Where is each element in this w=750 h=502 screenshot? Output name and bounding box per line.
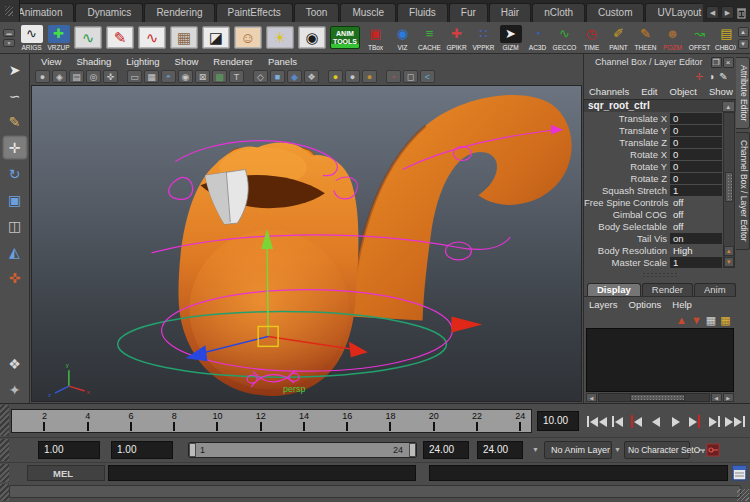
shelf-tab[interactable]: Muscle [340,3,396,22]
shelf-item[interactable]: ↝ OFFST [686,25,713,51]
layer-list[interactable] [586,328,734,392]
auto-keyframe-toggle-icon[interactable] [706,443,720,457]
selected-object-name[interactable]: sqr_root_ctrl [584,100,722,112]
toolbox-tool[interactable]: ✜ [2,265,28,290]
viewport-toolbar-icon[interactable]: ◆ [287,70,302,83]
anim-layer-dropdown[interactable]: No Anim Layer [544,441,612,459]
sidebar-vertical-tab[interactable]: Attribute Editor [736,57,750,129]
channel-attribute-row[interactable]: Master Scale 1 [584,256,722,268]
range-end-handle[interactable] [409,443,416,457]
channel-scrollbar-up-icon[interactable]: ▲ [724,246,734,256]
layer-scroll-right-icon[interactable]: ▶ [723,393,734,402]
shelf-item[interactable]: ∿ GECCO [551,25,578,51]
channel-attribute-row[interactable]: Translate X 0 [584,112,722,124]
viewport-toolbar-icon[interactable] [379,70,384,83]
channel-attribute-row[interactable]: Rotate Z 0 [584,172,722,184]
command-result-field[interactable] [429,465,728,481]
shelf-item[interactable]: ANIM TOOLS [328,26,362,49]
viewport-menu-item[interactable]: View [41,56,61,67]
viewport-toolbar-icon[interactable]: ⊠ [195,70,210,83]
command-line-mode-button[interactable]: MEL [27,465,105,481]
shelf-tab[interactable]: Hair [489,3,531,22]
animation-end-field[interactable]: 24.00 [477,441,523,459]
channel-attribute-row[interactable]: Squash Stretch 1 [584,184,722,196]
shelf-item[interactable]: ➤ GIZM [497,25,524,51]
viewport-toolbar-icon[interactable]: ❖ [304,70,319,83]
viewport-toolbar-icon[interactable] [321,70,326,83]
channel-attribute-row[interactable]: Tail Vis on [584,232,722,244]
viewport-toolbar-icon[interactable]: ◉ [178,70,193,83]
shelf-item[interactable]: ✚ VRZUP [45,25,72,51]
toolbox-tool[interactable]: ∽ [2,83,28,108]
shelf-item[interactable]: ✎ THEEN [632,25,659,51]
layer-editor-menu-item[interactable]: Help [672,299,692,310]
viewport-toolbar-icon[interactable]: ◎ [86,70,101,83]
toolbox-tool[interactable]: ◭ [2,239,28,264]
channel-attribute-value[interactable]: 0 [670,149,722,160]
anim-layer-dropdown-icon[interactable]: ▼ [532,446,539,453]
shelf-tab[interactable]: Toon [294,3,340,22]
shelf-tab[interactable]: Dynamics [75,3,143,22]
channel-attribute-value[interactable]: 0 [670,137,722,148]
viewport-menu-item[interactable]: Show [175,56,199,67]
shelf-item[interactable]: ◉ VIZ [389,25,416,51]
viewport-menu-item[interactable]: Lighting [126,56,159,67]
viewport-toolbar-icon[interactable]: ▫ [386,70,401,83]
viewport-toolbar-icon[interactable]: ▤ [69,70,84,83]
toolbox-tool[interactable]: ➤ [2,57,28,82]
channel-attribute-value[interactable]: off [670,197,722,208]
viewport-toolbar-icon[interactable]: ▭ [127,70,142,83]
channel-attribute-value[interactable]: on [670,233,722,244]
layer-scroll-left-icon[interactable]: ◀ [586,393,597,402]
viewport-toolbar-icon[interactable] [246,70,251,83]
range-start-handle[interactable] [189,443,196,457]
channel-attribute-value[interactable]: 0 [670,161,722,172]
shelf-item[interactable]: ☀ [264,26,296,49]
step-forward-frame-button[interactable] [706,411,723,432]
shelf-tab[interactable]: Rendering [144,3,214,22]
playback-start-field[interactable]: 1.00 [111,441,173,459]
channel-scrollbar[interactable]: ▲ ▼ [723,112,735,268]
shelf-tab[interactable]: PaintEffects [216,3,293,22]
toolbox-tool[interactable]: ✦ [2,377,28,402]
command-input[interactable] [108,465,416,481]
panel-splitter[interactable] [584,268,736,281]
play-forwards-button[interactable] [667,411,684,432]
shelf-item[interactable]: ◔ AC3D [524,25,551,51]
channel-attribute-value[interactable]: off [670,209,722,220]
shelf-tab[interactable]: nCloth [532,3,585,22]
layer-editor-tab[interactable]: Render [642,283,693,296]
set-key-icon[interactable] [693,444,706,457]
shelf-item[interactable]: ▣ TBox [362,25,389,51]
channel-box-menu-item[interactable]: Object [670,86,697,97]
shelf-item[interactable]: ◪ [200,26,232,49]
shelf-tab[interactable]: UVLayout [645,3,703,22]
viewport-toolbar-icon[interactable]: ◻ [403,70,418,83]
viewport-toolbar-icon[interactable]: ● [328,70,343,83]
shelf-item[interactable]: ✚ GPIKR [443,25,470,51]
channel-attribute-row[interactable]: Translate Z 0 [584,136,722,148]
shelf-tab[interactable]: Fluids [397,3,448,22]
go-to-end-button[interactable] [725,411,745,432]
step-back-key-button[interactable] [628,411,645,432]
shelf-item[interactable]: ∿ ARIGS [18,25,45,51]
layer-scroll-left2-icon[interactable]: ◀ [711,393,722,402]
animation-start-field[interactable]: 1.00 [38,441,100,459]
shelf-item[interactable]: ☻ POZM [659,25,686,51]
go-to-start-button[interactable] [587,411,607,432]
layer-editor-toolbar-icon[interactable]: ▦ [720,313,730,327]
shelf-tab-scroll-left-icon[interactable]: ◀ [706,6,719,19]
channel-box-menu-item[interactable]: Show [709,86,733,97]
layer-editor-tab[interactable]: Anim [694,283,736,296]
channel-attribute-value[interactable]: 0 [670,125,722,136]
step-back-frame-button[interactable] [609,411,626,432]
shelf-item[interactable]: ▦ [168,26,200,49]
layer-editor-menu-item[interactable]: Layers [589,299,618,310]
layer-scroll-track[interactable] [598,393,710,402]
channel-attribute-value[interactable]: 0 [670,113,722,124]
shelf-item[interactable]: ◷ TIME [578,25,605,51]
viewport-toolbar-icon[interactable]: ✜ [103,70,118,83]
channel-attribute-row[interactable]: Body Selectable off [584,220,722,232]
channel-attribute-value[interactable]: off [670,221,722,232]
toolbox-tool[interactable]: ❖ [2,351,28,376]
